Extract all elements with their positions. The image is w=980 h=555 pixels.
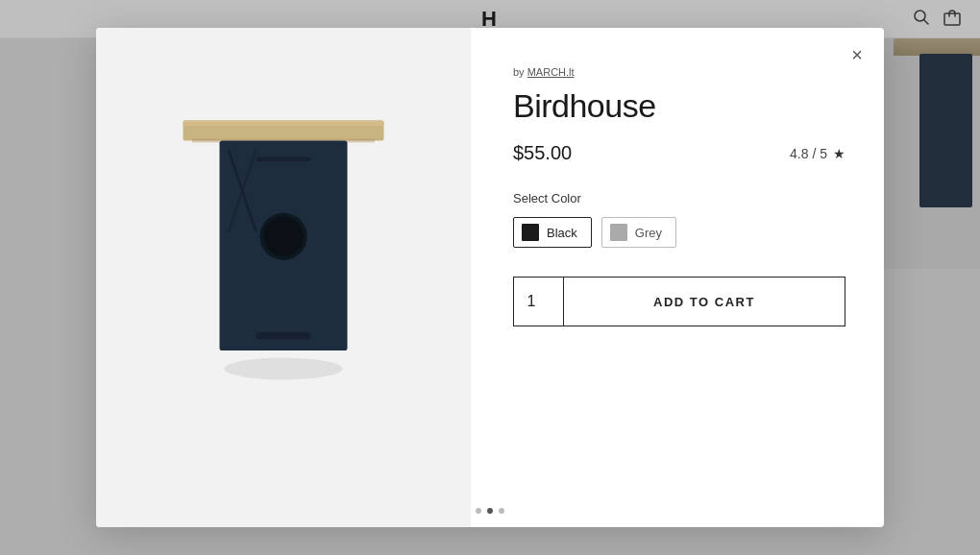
rating-value: 4.8 / 5 — [790, 146, 827, 161]
svg-rect-4 — [184, 121, 384, 127]
product-image-panel — [96, 28, 471, 527]
product-modal: × — [96, 28, 884, 527]
color-option-grey[interactable]: Grey — [601, 217, 676, 248]
modal-pagination — [476, 508, 504, 514]
close-button[interactable]: × — [847, 41, 867, 68]
quantity-input[interactable] — [514, 278, 564, 326]
product-image — [149, 95, 418, 460]
color-section-label: Select Color — [513, 191, 845, 205]
product-rating: 4.8 / 5 ★ — [790, 146, 845, 161]
pagination-dot-2 — [487, 508, 493, 514]
svg-point-13 — [224, 358, 343, 380]
black-swatch — [522, 224, 539, 241]
grey-swatch — [610, 224, 627, 241]
star-icon: ★ — [833, 146, 845, 161]
add-to-cart-button[interactable]: ADD TO CART — [564, 278, 845, 326]
svg-rect-11 — [257, 332, 311, 340]
svg-rect-12 — [257, 157, 311, 162]
price-rating-row: $55.00 4.8 / 5 ★ — [513, 142, 845, 164]
pagination-dot-3 — [499, 508, 504, 514]
grey-label: Grey — [635, 226, 662, 240]
product-info-panel: by MARCH.lt Birdhouse $55.00 4.8 / 5 ★ S… — [471, 28, 884, 527]
black-label: Black — [547, 226, 577, 240]
pagination-dot-1 — [476, 508, 481, 514]
brand-prefix: by — [513, 66, 525, 78]
modal-overlay: × — [0, 0, 980, 555]
color-options: Black Grey — [513, 217, 845, 248]
product-title: Birdhouse — [513, 87, 845, 125]
svg-point-10 — [263, 216, 304, 256]
add-to-cart-row: ADD TO CART — [513, 277, 845, 326]
product-brand: by MARCH.lt — [513, 66, 845, 78]
product-price: $55.00 — [513, 142, 572, 164]
color-option-black[interactable]: Black — [513, 217, 592, 248]
brand-link[interactable]: MARCH.lt — [527, 66, 575, 78]
